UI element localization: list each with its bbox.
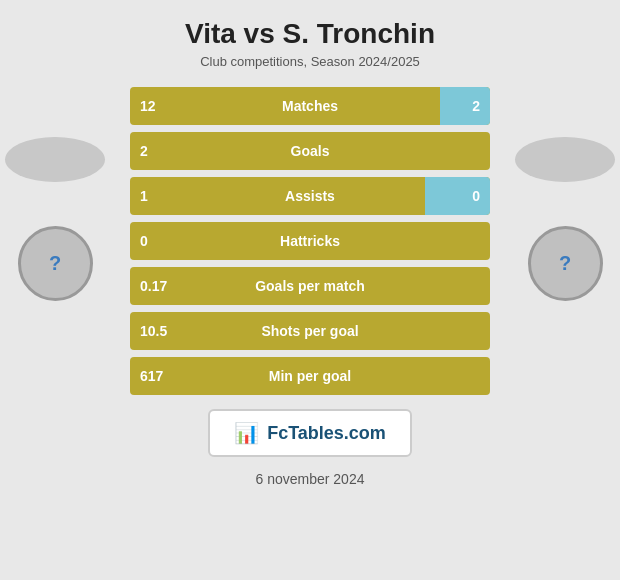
stat-right-value: 2: [472, 98, 480, 114]
right-question-icon: ?: [559, 252, 571, 275]
stat-row: 10.5Shots per goal: [130, 312, 490, 350]
page-title: Vita vs S. Tronchin: [185, 18, 435, 50]
stat-row: 0.17Goals per match: [130, 267, 490, 305]
brand-name: FcTables.com: [267, 423, 386, 444]
right-team-avatar: ?: [520, 137, 610, 301]
stat-bar-fill: 2: [440, 87, 490, 125]
brand-box: 📊 FcTables.com: [208, 409, 412, 457]
right-ellipse-top: [515, 137, 615, 182]
stat-label: Goals per match: [255, 278, 365, 294]
stat-label: Shots per goal: [261, 323, 358, 339]
stat-label: Matches: [282, 98, 338, 114]
date-label: 6 november 2024: [256, 471, 365, 487]
left-question-icon: ?: [49, 252, 61, 275]
right-avatar-circle: ?: [528, 226, 603, 301]
stat-bar: 2Goals: [130, 132, 490, 170]
left-avatar-circle: ?: [18, 226, 93, 301]
stat-bar: 10.5Shots per goal: [130, 312, 490, 350]
stat-row: 2Goals: [130, 132, 490, 170]
left-team-avatar: ?: [10, 137, 100, 301]
page-subtitle: Club competitions, Season 2024/2025: [200, 54, 420, 69]
stat-bar: 0.17Goals per match: [130, 267, 490, 305]
stat-bar: 0Hattricks: [130, 222, 490, 260]
stat-bar: 212Matches: [130, 87, 490, 125]
stat-left-value: 0.17: [140, 278, 167, 294]
left-ellipse-top: [5, 137, 105, 182]
stat-label: Assists: [285, 188, 335, 204]
stat-left-value: 2: [140, 143, 148, 159]
stat-bar-fill: 0: [425, 177, 490, 215]
stat-left-value: 10.5: [140, 323, 167, 339]
stat-left-value: 12: [140, 98, 156, 114]
stat-left-value: 0: [140, 233, 148, 249]
stat-bar: 617Min per goal: [130, 357, 490, 395]
stat-bar: 01Assists: [130, 177, 490, 215]
page-wrapper: Vita vs S. Tronchin Club competitions, S…: [0, 0, 620, 580]
stat-label: Goals: [291, 143, 330, 159]
stat-left-value: 617: [140, 368, 163, 384]
main-content: ? 212Matches2Goals01Assists0Hattricks0.1…: [0, 87, 620, 395]
stats-container: 212Matches2Goals01Assists0Hattricks0.17G…: [130, 87, 490, 395]
stat-row: 617Min per goal: [130, 357, 490, 395]
stat-row: 0Hattricks: [130, 222, 490, 260]
stat-row: 212Matches: [130, 87, 490, 125]
stat-right-value: 0: [472, 188, 480, 204]
stat-label: Hattricks: [280, 233, 340, 249]
brand-icon: 📊: [234, 421, 259, 445]
stat-label: Min per goal: [269, 368, 351, 384]
stat-left-value: 1: [140, 188, 148, 204]
stat-row: 01Assists: [130, 177, 490, 215]
